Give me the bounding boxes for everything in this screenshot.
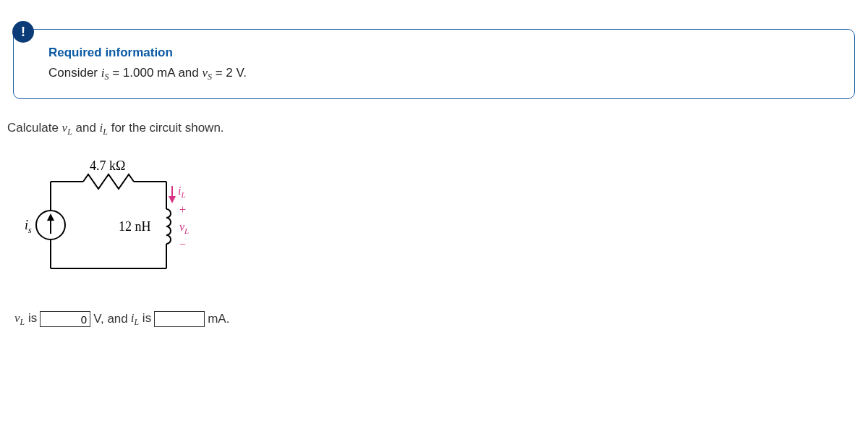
svg-text:vL: vL <box>179 221 189 235</box>
svg-text:is: is <box>25 218 32 235</box>
iL-unit: mA. <box>208 312 229 326</box>
required-info-box: ! Required information Consider iS = 1.0… <box>13 29 855 99</box>
svg-text:4.7 kΩ: 4.7 kΩ <box>90 160 125 173</box>
svg-text:iL: iL <box>178 185 186 199</box>
circuit-diagram: is 4.7 kΩ 12 nH iL + vL − <box>14 160 861 289</box>
iL-label: iL is <box>131 311 151 328</box>
iL-input[interactable] <box>154 311 205 327</box>
svg-text:12 nH: 12 nH <box>119 219 151 234</box>
exclamation-icon: ! <box>12 21 34 43</box>
svg-text:+: + <box>179 203 186 216</box>
v-unit-and: V, and <box>93 312 128 326</box>
answer-row: vL is V, and iL is mA. <box>14 311 861 328</box>
required-info-text: Consider iS = 1.000 mA and vS = 2 V. <box>48 66 833 82</box>
question-prompt: Calculate vL and iL for the circuit show… <box>7 121 861 137</box>
svg-marker-14 <box>169 196 176 203</box>
vL-label: vL is <box>14 311 37 328</box>
svg-text:−: − <box>179 238 186 250</box>
vL-input[interactable] <box>40 311 90 327</box>
required-info-title: Required information <box>48 46 833 60</box>
